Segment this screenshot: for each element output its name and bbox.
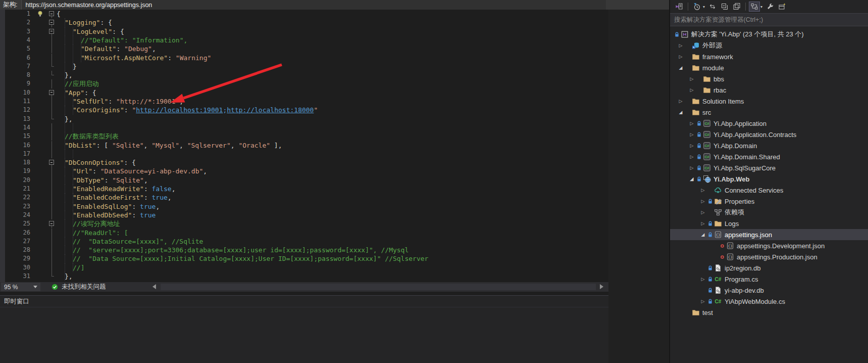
collapse-arrow-icon[interactable]: ◢ [677, 108, 684, 116]
code-line[interactable]: 13}, [0, 115, 608, 123]
filter-history-icon[interactable] [691, 2, 702, 12]
code-line[interactable]: 22"EnabledCodeFirst": true, [0, 193, 608, 202]
schema-url-combobox[interactable]: https://json.schemastore.org/appsettings… [21, 0, 606, 10]
tree-item[interactable]: ▷Connected Services [670, 185, 868, 196]
code-line[interactable]: 19"Url": "DataSource=yi-abp-dev.db", [0, 167, 608, 175]
tree-item[interactable]: ▷C#Yi.Abp.Application [670, 118, 868, 129]
tree-item[interactable]: ▷bbs [670, 73, 868, 84]
collapse-all-icon[interactable] [719, 2, 730, 12]
fold-toggle-icon[interactable] [48, 158, 55, 167]
tree-item[interactable]: {}appsettings.Development.json [670, 240, 868, 251]
url-link[interactable]: http://localhost:19001 [136, 106, 223, 114]
expand-arrow-icon[interactable]: ▷ [688, 86, 695, 94]
tree-item[interactable]: ◢Yi.Abp.Web [670, 173, 868, 185]
tree-item[interactable]: 解决方案 'Yi.Abp' (23 个项目, 共 23 个) [670, 29, 868, 40]
tree-item[interactable]: ▷C#YiAbpWebModule.cs [670, 296, 868, 307]
code-line[interactable]: 21"EnabledReadWrite": false, [0, 185, 608, 193]
horizontal-scrollbar-thumb[interactable] [161, 284, 596, 290]
code-line[interactable]: 17 [0, 150, 608, 158]
code-line[interactable]: 5"Default": "Debug", [0, 44, 608, 53]
tree-item[interactable]: ▷依赖项 [670, 207, 868, 218]
tree-item[interactable]: ▷外部源 [670, 40, 868, 51]
tree-item[interactable]: ▷framework [670, 51, 868, 62]
tree-item[interactable]: test [670, 307, 868, 318]
code-line[interactable]: 23"EnabledSqlLog": true, [0, 202, 608, 211]
expand-arrow-icon[interactable]: ▷ [699, 186, 706, 194]
fold-toggle-icon[interactable] [48, 18, 55, 27]
code-line[interactable]: 8}, [0, 71, 608, 79]
expand-arrow-icon[interactable]: ▷ [688, 119, 695, 127]
expand-arrow-icon[interactable]: ▷ [688, 142, 695, 150]
preview-selected-items-icon[interactable] [731, 2, 742, 12]
code-line[interactable]: 18"DbConnOptions": { [0, 158, 608, 167]
chevron-down-icon[interactable]: ▾ [703, 5, 705, 9]
fold-toggle-icon[interactable] [48, 27, 55, 36]
expand-arrow-icon[interactable]: ▷ [677, 41, 684, 50]
collapse-arrow-icon[interactable]: ◢ [677, 64, 684, 72]
scroll-left-arrow[interactable] [152, 284, 156, 289]
tree-item[interactable]: ▷C#Yi.Abp.Application.Contracts [670, 129, 868, 140]
tree-item[interactable]: ▷C#Yi.Abp.SqlSugarCore [670, 162, 868, 173]
expand-arrow-icon[interactable]: ▷ [699, 208, 706, 216]
code-line[interactable]: 24"EnabledDbSeed": true [0, 211, 608, 219]
expand-arrow-icon[interactable]: ▷ [677, 97, 684, 105]
code-line[interactable]: 4//"Default": "Information", [0, 36, 608, 44]
health-indicator[interactable]: 未找到相关问题 [52, 283, 106, 291]
code-line[interactable]: 15//数据库类型列表 [0, 132, 608, 141]
fold-toggle-icon[interactable] [48, 10, 55, 18]
url-link[interactable]: http://localhost:18000 [227, 106, 314, 114]
code-line[interactable]: 26//"ReadUrl": [ [0, 229, 608, 237]
tree-item[interactable]: ◢src [670, 107, 868, 118]
expand-arrow-icon[interactable]: ▷ [688, 164, 695, 172]
code-line[interactable]: 27// "DataSource=[xxxx]", //Sqlite [0, 237, 608, 246]
tree-item[interactable]: yi-abp-dev.db [670, 285, 868, 296]
code-line[interactable]: 6"Microsoft.AspNetCore": "Warning" [0, 54, 608, 62]
code-line[interactable]: 28// "server=[xxxx];port=3306;database=[… [0, 246, 608, 254]
code-editor[interactable]: 1{2"Logging": {3"LogLevel": {4//"Default… [0, 10, 608, 282]
tree-item[interactable]: ◢{}appsettings.json [670, 229, 868, 240]
code-line[interactable]: 29// "Data Source=[xxxx];Initial Catalog… [0, 254, 608, 263]
expand-arrow-icon[interactable]: ▷ [677, 53, 684, 61]
code-line[interactable]: 20"DbType": "Sqlite", [0, 176, 608, 185]
chevron-down-icon[interactable]: ▾ [760, 5, 762, 9]
lightbulb-icon[interactable] [36, 10, 44, 18]
tree-item[interactable]: ▷Solution Items [670, 96, 868, 107]
fold-toggle-icon[interactable] [48, 219, 55, 228]
code-line[interactable]: 25//读写分离地址 [0, 219, 608, 228]
tree-item[interactable]: ▷C#Yi.Abp.Domain [670, 140, 868, 151]
code-line[interactable]: 16"DbList": [ "Sqlite", "Mysql", "Sqlser… [0, 141, 608, 150]
code-line[interactable]: 30//] [0, 263, 608, 272]
immediate-window-title[interactable]: 即时窗口 [0, 296, 608, 307]
zoom-select[interactable]: 95 % [1, 283, 40, 291]
fold-toggle-icon[interactable] [48, 88, 55, 97]
code-line[interactable]: 31}, [0, 272, 608, 281]
code-line[interactable]: 7} [0, 62, 608, 71]
properties-icon[interactable] [764, 2, 776, 12]
code-line[interactable]: 9//应用启动 [0, 79, 608, 88]
tree-item[interactable]: ▷rbac [670, 84, 868, 96]
code-line[interactable]: 2"Logging": { [0, 18, 608, 27]
tree-item[interactable]: ▷Logs [670, 218, 868, 229]
expand-arrow-icon[interactable]: ▷ [688, 130, 695, 139]
tree-item[interactable]: ▷C#Yi.Abp.Domain.Shared [670, 151, 868, 162]
switch-views-icon[interactable] [674, 2, 685, 12]
tree-item[interactable]: ◢module [670, 62, 868, 73]
expand-arrow-icon[interactable]: ▷ [699, 297, 706, 305]
code-line[interactable]: 14 [0, 123, 608, 132]
expand-arrow-icon[interactable]: ▷ [688, 75, 695, 83]
code-line[interactable]: 11"SelfUrl": "http://*:19001", [0, 97, 608, 106]
code-line[interactable]: 3"LogLevel": { [0, 27, 608, 36]
code-line[interactable]: 10"App": { [0, 88, 608, 97]
tree-item[interactable]: ip2region.db [670, 262, 868, 274]
expand-arrow-icon[interactable]: ▷ [699, 219, 706, 228]
expand-arrow-icon[interactable]: ▷ [688, 153, 695, 161]
search-input[interactable] [670, 16, 868, 24]
tree-item[interactable]: {}appsettings.Production.json [670, 251, 868, 262]
scroll-right-arrow[interactable] [600, 284, 603, 289]
code-line[interactable]: 12"CorsOrigins": "http://localhost:19001… [0, 106, 608, 114]
collapse-arrow-icon[interactable]: ◢ [688, 175, 695, 183]
tree-item[interactable]: ▷Properties [670, 196, 868, 207]
expand-arrow-icon[interactable]: ▷ [699, 275, 706, 283]
scope-view-icon[interactable] [749, 2, 760, 12]
sync-with-active-document-icon[interactable] [707, 2, 718, 12]
